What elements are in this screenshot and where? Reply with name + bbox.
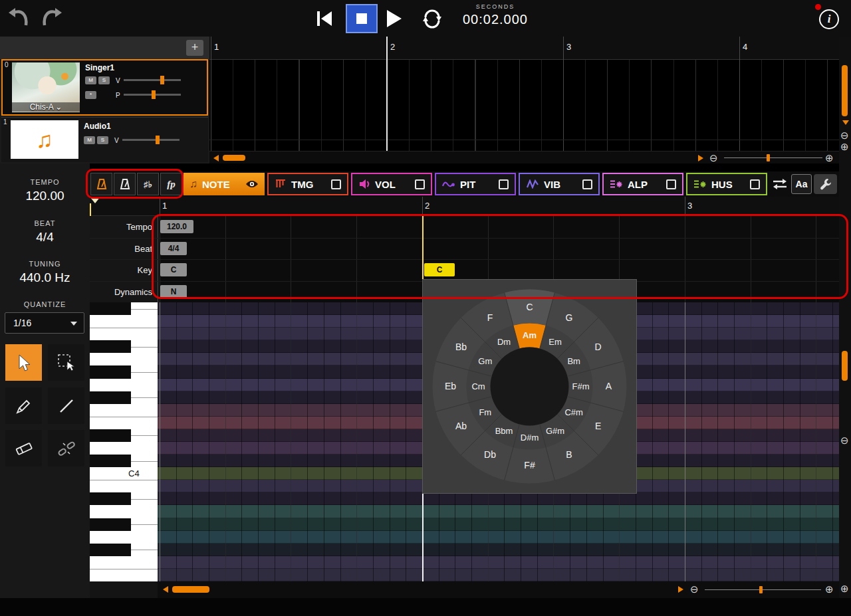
arrange-vzoom-out-icon[interactable]: ⊖	[840, 130, 849, 140]
black-key[interactable]	[90, 455, 131, 467]
black-key[interactable]	[90, 365, 131, 378]
black-key[interactable]	[90, 492, 131, 505]
key-label-Am[interactable]: Am	[523, 330, 537, 340]
key-label-F#m[interactable]: F#m	[572, 381, 590, 391]
key-label-G[interactable]: G	[566, 312, 573, 323]
value-chip-beat[interactable]: 4/4	[160, 242, 187, 255]
black-key[interactable]	[90, 340, 131, 353]
unlink-tool-button[interactable]	[48, 430, 84, 466]
key-label-A[interactable]: A	[606, 381, 612, 391]
track-audio[interactable]: 1 ♫ Audio1 M S V	[1, 117, 208, 162]
black-key[interactable]	[90, 391, 131, 404]
dynamics-row-toggle[interactable]: fp	[160, 173, 182, 195]
tab-pit[interactable]: PIT	[435, 173, 516, 195]
freeze-button[interactable]: *	[85, 91, 96, 99]
slider-thumb[interactable]	[160, 76, 164, 84]
tab-checkbox[interactable]	[415, 179, 425, 189]
tab-alp[interactable]: ALP	[602, 173, 683, 195]
arrangement-ruler[interactable]: 1234	[209, 37, 839, 60]
roll-vzoom-in-icon[interactable]: ⊕	[840, 583, 849, 593]
track-singer[interactable]: 0 Chis-A ⌄ Singer1 M S V * P	[1, 59, 208, 116]
quantize-dropdown[interactable]: 1/16	[5, 312, 84, 334]
tab-tmg[interactable]: TMG	[267, 173, 348, 195]
key-label-Bm[interactable]: Bm	[567, 356, 580, 366]
key-row-toggle[interactable]: ♯♭	[137, 173, 159, 195]
key-label-Dm[interactable]: Dm	[497, 337, 511, 347]
solo-button[interactable]: S	[98, 76, 110, 84]
key-label-E[interactable]: E	[595, 421, 601, 431]
play-button[interactable]	[387, 10, 402, 27]
key-label-Ab[interactable]: Ab	[455, 421, 467, 431]
scroll-right-arrow[interactable]	[678, 586, 683, 593]
zoom-slider[interactable]	[705, 589, 821, 590]
key-label-B[interactable]: B	[566, 449, 572, 460]
key-label-C[interactable]: C	[526, 302, 533, 312]
key-label-G#m[interactable]: G#m	[546, 426, 564, 436]
zoom-in-icon[interactable]: ⊕	[825, 584, 834, 594]
value-chip-dynamics[interactable]: N	[160, 285, 187, 298]
vscroll-down-arrow[interactable]	[842, 120, 849, 125]
mute-button[interactable]: M	[84, 136, 95, 144]
tuning-value[interactable]: 440.0 Hz	[0, 270, 90, 285]
info-button[interactable]: i	[819, 9, 839, 29]
beat-value[interactable]: 4/4	[0, 230, 90, 245]
beat-row-toggle[interactable]	[114, 173, 136, 195]
zoom-out-icon[interactable]: ⊖	[709, 153, 718, 163]
tab-checkbox[interactable]	[499, 179, 509, 189]
zoom-out-icon[interactable]: ⊖	[690, 584, 699, 594]
arrangement-playhead[interactable]	[386, 37, 388, 151]
roll-vzoom-out-icon[interactable]: ⊖	[840, 435, 849, 445]
scroll-thumb[interactable]	[172, 586, 209, 593]
key-label-Gm[interactable]: Gm	[478, 356, 492, 366]
key-label-Db[interactable]: Db	[484, 449, 496, 460]
value-chip-tempo[interactable]: 120.0	[160, 220, 193, 233]
scroll-right-arrow[interactable]	[698, 155, 703, 161]
marquee-select-tool-button[interactable]	[48, 344, 84, 381]
audio-thumbnail[interactable]: ♫	[11, 120, 78, 159]
singer-avatar[interactable]: Chis-A ⌄	[12, 62, 80, 112]
piano-keyboard[interactable]: C4	[90, 302, 158, 581]
tab-checkbox[interactable]	[666, 179, 676, 189]
key-label-Cm[interactable]: Cm	[471, 381, 485, 391]
scroll-left-arrow[interactable]	[213, 155, 219, 161]
line-tool-button[interactable]	[48, 387, 84, 424]
solo-button[interactable]: S	[97, 136, 108, 144]
tab-checkbox[interactable]	[331, 179, 341, 189]
piano-roll-hscrollbar[interactable]: ⊖ ⊕	[158, 581, 839, 598]
loop-button[interactable]	[422, 8, 443, 29]
pan-slider[interactable]	[124, 90, 181, 99]
eraser-tool-button[interactable]	[5, 430, 42, 466]
tab-vib[interactable]: VIB	[519, 173, 600, 195]
black-key[interactable]	[90, 302, 131, 315]
piano-roll-ruler[interactable]: 123	[90, 197, 839, 216]
key-select-popup[interactable]: CGDAEBF#DbAbEbBbFAmEmBmF#mC#mG#mD#mBbmFm…	[422, 279, 637, 494]
key-label-C#m[interactable]: C#m	[564, 407, 582, 417]
arrangement-grid[interactable]	[209, 60, 839, 151]
black-key[interactable]	[90, 429, 131, 442]
visibility-eye-icon[interactable]	[245, 179, 259, 189]
voice-selector[interactable]: Chis-A ⌄	[12, 102, 80, 112]
key-label-Em[interactable]: Em	[548, 337, 562, 347]
zoom-slider-thumb[interactable]	[759, 586, 763, 593]
playhead-marker[interactable]	[90, 197, 100, 203]
arrange-vscroll-thumb[interactable]	[842, 65, 848, 116]
tab-hus[interactable]: HUS	[686, 173, 767, 195]
key-label-D[interactable]: D	[594, 342, 601, 352]
undo-button[interactable]	[8, 8, 31, 28]
black-key[interactable]	[90, 544, 131, 556]
mute-button[interactable]: M	[85, 76, 96, 84]
key-label-F#[interactable]: F#	[524, 460, 535, 470]
slider-thumb[interactable]	[152, 90, 156, 99]
tempo-value[interactable]: 120.00	[0, 189, 90, 203]
add-track-button[interactable]: +	[186, 40, 203, 56]
zoom-slider[interactable]	[724, 157, 822, 158]
reorder-tracks-button[interactable]	[770, 174, 790, 194]
key-change-event[interactable]: C	[424, 263, 455, 276]
key-label-Bbm[interactable]: Bbm	[495, 426, 513, 436]
black-key[interactable]	[90, 518, 131, 531]
key-label-Eb[interactable]: Eb	[445, 381, 456, 391]
roll-vscroll-thumb[interactable]	[842, 351, 848, 381]
tempo-row-toggle[interactable]	[90, 173, 112, 195]
key-label-Fm[interactable]: Fm	[479, 407, 491, 417]
settings-wrench-button[interactable]	[814, 174, 837, 194]
